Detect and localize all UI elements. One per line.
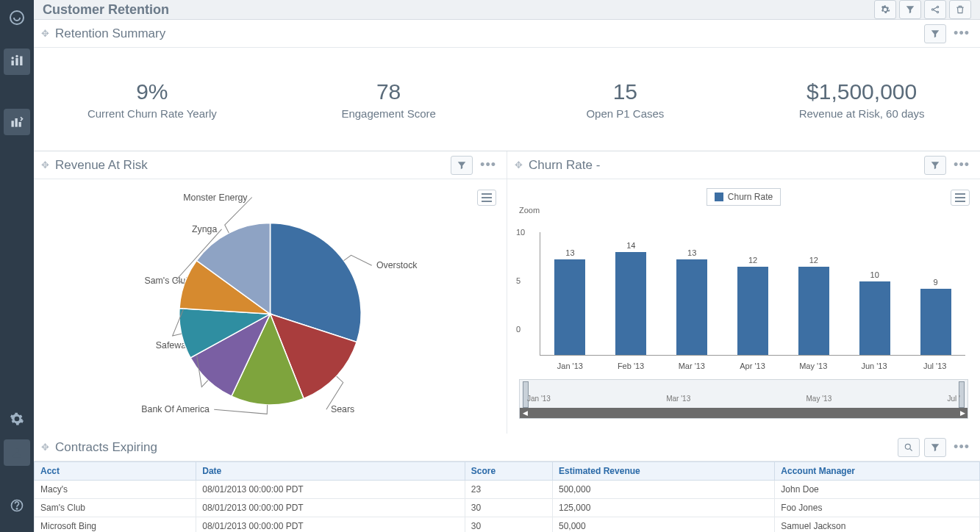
panel-contracts-expiring: ✥ Contracts Expiring ••• AcctDateScoreEs… [34,434,980,532]
bar-column[interactable]: 13 [668,248,716,355]
nav-dashboard-icon[interactable] [4,48,30,75]
svg-rect-6 [12,121,14,126]
bar-column[interactable]: 9 [912,278,959,355]
svg-rect-3 [20,57,22,66]
table-header[interactable]: Date [196,462,465,481]
table-header[interactable]: Score [465,462,552,481]
table-row[interactable]: Macy's08/01/2013 00:00:00 PDT23500,000Jo… [35,481,980,499]
table-row[interactable]: Sam's Club08/01/2013 00:00:00 PDT30125,0… [35,499,980,517]
left-sidebar [0,0,34,532]
svg-rect-1 [12,60,14,65]
chart-legend: Churn Rate [707,188,781,206]
chart-navigator[interactable]: Jan '13 Mar '13 May '13 Jul ' ◀ ▶ [519,379,968,419]
move-icon[interactable]: ✥ [515,159,523,170]
svg-point-12 [931,9,933,10]
pie-label: Monster Energy [183,193,248,203]
pie-label: Overstock [376,260,418,270]
panel-revenue-at-risk: ✥ Revenue At Risk ••• OverstockSearsBank… [34,151,507,434]
nav-user-icon[interactable] [4,439,30,466]
bar-column[interactable]: 14 [607,241,655,355]
bar-column[interactable]: 12 [729,256,777,355]
panel-filter-button[interactable] [451,156,473,175]
bar-x-label: Mar '13 [661,362,722,370]
move-icon[interactable]: ✥ [41,442,49,453]
panel-title: Retention Summary [55,26,165,41]
filter-button[interactable] [899,0,921,19]
svg-point-4 [12,57,14,59]
move-icon[interactable]: ✥ [41,28,49,39]
panel-title: Contracts Expiring [55,440,157,455]
panel-filter-button[interactable] [924,438,946,457]
bar-column[interactable]: 13 [546,248,594,355]
charts-row: ✥ Revenue At Risk ••• OverstockSearsBank… [34,151,980,434]
kpi-revenue-risk: $1,500,000 Revenue at Risk, 60 days [743,79,980,120]
kpi-open-cases: 15 Open P1 Cases [507,79,744,120]
topbar: Customer Retention [34,0,980,20]
svg-rect-7 [15,118,18,127]
delete-button[interactable] [949,0,971,19]
svg-point-14 [937,11,938,12]
panel-filter-button[interactable] [924,24,946,43]
kpi-row: 9% Current Churn Rate Yearly 78 Engageme… [34,48,980,151]
search-button[interactable] [898,438,920,457]
panel-title: Revenue At Risk [55,158,148,173]
panel-menu-button[interactable]: ••• [951,26,973,41]
app-logo-icon [5,6,29,29]
zoom-label: Zoom [519,206,971,215]
table-row[interactable]: Microsoft Bing08/01/2013 00:00:00 PDT305… [35,517,980,533]
bar-x-label: Jun '13 [844,362,905,370]
svg-point-5 [15,55,18,57]
bar-x-label: Jan '13 [540,362,601,370]
panel-title: Churn Rate - [529,158,600,173]
bar-x-label: Jul '13 [904,362,965,370]
main-content: Customer Retention ✥ Retention Summary •… [34,0,980,532]
panel-churn-rate: ✥ Churn Rate - ••• Churn Rate Zoom [507,151,980,434]
pie-label: Sears [331,404,354,414]
kpi-engagement: 78 Engagement Score [271,79,507,120]
contracts-table: AcctDateScoreEstimated RevenueAccount Ma… [34,461,980,532]
bar-column[interactable]: 10 [851,270,898,355]
page-title: Customer Retention [43,2,169,18]
share-button[interactable] [924,0,946,19]
svg-point-11 [16,508,17,509]
chart-menu-button[interactable] [951,190,970,206]
panel-filter-button[interactable] [924,156,946,175]
nav-reports-icon[interactable] [4,109,30,135]
bar-x-label: Feb '13 [601,362,662,370]
panel-menu-button[interactable]: ••• [951,439,973,455]
pie-chart: OverstockSearsBank Of AmericaSafewaySam'… [43,185,498,428]
panel-menu-button[interactable]: ••• [477,157,499,173]
table-header[interactable]: Acct [35,462,196,481]
svg-rect-8 [19,122,21,127]
svg-point-15 [905,444,910,449]
settings-button[interactable] [874,0,896,19]
navigator-left-arrow[interactable]: ◀ [521,409,529,417]
nav-help-icon[interactable] [4,492,30,519]
table-header[interactable]: Estimated Revenue [553,462,775,481]
navigator-right-arrow[interactable]: ▶ [959,409,966,417]
bar-chart: 10 5 0 1314131212109 Jan '13Feb '13Mar '… [516,219,971,373]
svg-point-9 [15,448,19,453]
bar-x-label: Apr '13 [722,362,783,370]
table-header[interactable]: Account Manager [775,462,980,481]
pie-label: Bank Of America [141,404,210,414]
svg-point-0 [10,11,24,24]
panel-retention-summary: ✥ Retention Summary ••• 9% Current Churn… [34,20,980,151]
panel-menu-button[interactable]: ••• [951,157,973,173]
pie-label: Zynga [192,224,217,234]
move-icon[interactable]: ✥ [41,159,49,170]
nav-settings-icon[interactable] [4,406,30,432]
svg-point-13 [937,6,938,7]
kpi-churn-rate: 9% Current Churn Rate Yearly [34,79,271,120]
svg-rect-2 [15,58,18,65]
bar-column[interactable]: 12 [790,256,837,355]
bar-x-label: May '13 [783,362,844,370]
